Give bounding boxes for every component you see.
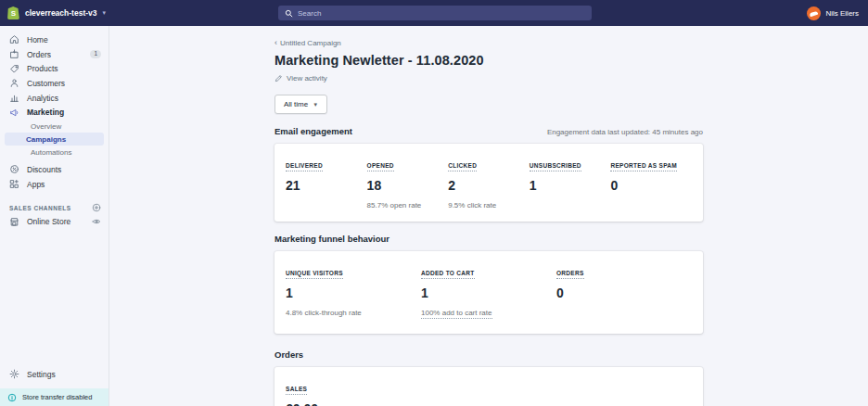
customers-icon <box>9 78 19 88</box>
avatar <box>807 6 821 20</box>
sidebar-item-settings[interactable]: Settings <box>0 367 108 382</box>
sidebar-item-label: Apps <box>27 180 45 189</box>
main-content: ‹ Untitled Campaign Marketing Newletter … <box>274 26 703 406</box>
orders-icon <box>9 49 19 59</box>
stat-value: 2 <box>448 178 530 193</box>
sidebar-item-products[interactable]: Products <box>0 61 108 76</box>
stat-label[interactable]: UNIQUE VISITORS <box>286 270 343 279</box>
breadcrumb[interactable]: ‹ Untitled Campaign <box>274 38 703 47</box>
stat-reported-spam: REPORTED AS SPAM 0 <box>610 155 692 209</box>
stat-unique-visitors: UNIQUE VISITORS 1 4.8% click-through rat… <box>286 262 421 319</box>
subitem-label: Campaigns <box>26 135 66 144</box>
sales-channels-header: SALES CHANNELS <box>0 201 108 215</box>
stat-value: 1 <box>530 178 611 193</box>
stat-opened: OPENED 18 85.7% open rate <box>367 155 449 209</box>
date-filter-button[interactable]: All time ▼ <box>274 95 327 114</box>
funnel-card: UNIQUE VISITORS 1 4.8% click-through rat… <box>274 251 703 334</box>
sidebar-item-label: Online Store <box>27 217 70 226</box>
preview-store-button[interactable] <box>92 217 101 226</box>
sidebar-item-discounts[interactable]: Discounts <box>0 162 108 177</box>
stat-sub: 9.5% click rate <box>448 201 530 209</box>
stat-unsubscribed: UNSUBSCRIBED 1 <box>530 155 611 209</box>
sidebar-item-home[interactable]: Home <box>0 32 108 47</box>
store-switcher[interactable]: S cleverreach-test-v3 ▾ <box>0 6 167 19</box>
stat-value: 18 <box>367 178 449 193</box>
view-activity-label: View activity <box>287 74 327 82</box>
subitem-label: Overview <box>31 122 61 131</box>
search-input[interactable] <box>298 9 585 18</box>
stat-delivered: DELIVERED 21 <box>286 155 367 209</box>
sidebar-item-label: Settings <box>27 370 56 379</box>
store-transfer-notice[interactable]: Store transfer disabled <box>0 388 108 406</box>
stat-label[interactable]: OPENED <box>367 162 394 171</box>
sidebar-subitem-automations[interactable]: Automations <box>5 146 104 159</box>
stat-value: 1 <box>286 285 421 300</box>
topbar: S cleverreach-test-v3 ▾ Nils Eilers <box>0 0 868 26</box>
user-menu[interactable]: Nils Eilers <box>807 6 868 20</box>
stat-value: 0 <box>610 178 692 193</box>
discount-icon <box>9 164 19 174</box>
sidebar-item-online-store[interactable]: Online Store <box>0 215 108 230</box>
sales-label[interactable]: SALES <box>286 386 307 395</box>
gear-icon <box>9 369 19 381</box>
funnel-header: Marketing funnel behaviour <box>274 234 703 244</box>
sidebar-item-label: Customers <box>27 79 65 88</box>
tag-icon <box>9 64 19 74</box>
stat-label[interactable]: ORDERS <box>556 270 584 279</box>
global-search[interactable] <box>278 6 592 20</box>
sidebar-item-label: Marketing <box>27 108 64 117</box>
store-transfer-label: Store transfer disabled <box>22 393 92 401</box>
sales-channels-label: SALES CHANNELS <box>9 205 71 211</box>
sidebar-subitem-campaigns[interactable]: Campaigns <box>5 133 104 146</box>
orders-card: SALES €0.00 Average order value €0.00 <box>274 367 703 406</box>
stat-sub: 85.7% open rate <box>367 201 449 209</box>
section-title: Orders <box>274 349 303 360</box>
sidebar-item-label: Products <box>27 64 58 73</box>
orders-count-badge: 1 <box>90 50 101 58</box>
user-name: Nils Eilers <box>825 9 859 18</box>
subitem-label: Automations <box>31 148 71 157</box>
store-name: cleverreach-test-v3 <box>25 8 97 18</box>
engagement-updated-note: Engagement data last updated: 45 minutes… <box>547 128 703 136</box>
sidebar-item-label: Discounts <box>27 165 61 174</box>
view-activity-link[interactable]: View activity <box>274 74 703 82</box>
sidebar: Home Orders 1 Products Customers Analyti… <box>0 26 109 406</box>
apps-icon <box>9 179 19 189</box>
info-circle-icon <box>7 393 17 402</box>
stat-label[interactable]: CLICKED <box>448 162 477 171</box>
shopify-logo-icon: S <box>7 6 19 19</box>
sales-value: €0.00 <box>286 401 692 406</box>
chevron-left-icon: ‹ <box>274 38 277 47</box>
stat-label[interactable]: ADDED TO CART <box>421 270 475 279</box>
email-engagement-card: DELIVERED 21 OPENED 18 85.7% open rate C… <box>274 144 703 222</box>
stat-value: 21 <box>286 178 367 193</box>
stat-orders: ORDERS 0 <box>556 262 692 319</box>
stat-added-to-cart: ADDED TO CART 1 100% add to cart rate <box>421 262 556 319</box>
sidebar-item-analytics[interactable]: Analytics <box>0 91 108 106</box>
stat-value: 1 <box>421 285 556 300</box>
sidebar-subitem-overview[interactable]: Overview <box>5 120 104 133</box>
sidebar-item-customers[interactable]: Customers <box>0 76 108 91</box>
sidebar-item-apps[interactable]: Apps <box>0 177 108 192</box>
email-engagement-header: Email engagement Engagement data last up… <box>274 126 703 136</box>
add-channel-button[interactable] <box>92 203 101 213</box>
section-title: Marketing funnel behaviour <box>274 234 389 244</box>
sidebar-item-label: Orders <box>27 50 51 59</box>
section-title: Email engagement <box>274 126 352 136</box>
plus-circle-icon <box>92 203 101 212</box>
sidebar-item-orders[interactable]: Orders 1 <box>0 47 108 62</box>
sidebar-item-label: Home <box>27 35 48 44</box>
home-icon <box>9 34 19 44</box>
page-title: Marketing Newletter - 11.08.2020 <box>274 53 703 68</box>
pencil-icon <box>274 74 283 82</box>
sidebar-item-marketing[interactable]: Marketing <box>0 105 108 120</box>
stat-label[interactable]: REPORTED AS SPAM <box>610 162 677 171</box>
stat-clicked: CLICKED 2 9.5% click rate <box>448 155 530 209</box>
date-filter-label: All time <box>284 100 308 108</box>
eye-icon <box>92 217 101 226</box>
stat-label[interactable]: DELIVERED <box>286 162 323 171</box>
sidebar-item-label: Analytics <box>27 94 58 103</box>
storefront-icon <box>9 217 19 227</box>
stat-sub[interactable]: 100% add to cart rate <box>421 309 492 319</box>
stat-label[interactable]: UNSUBSCRIBED <box>530 162 581 171</box>
